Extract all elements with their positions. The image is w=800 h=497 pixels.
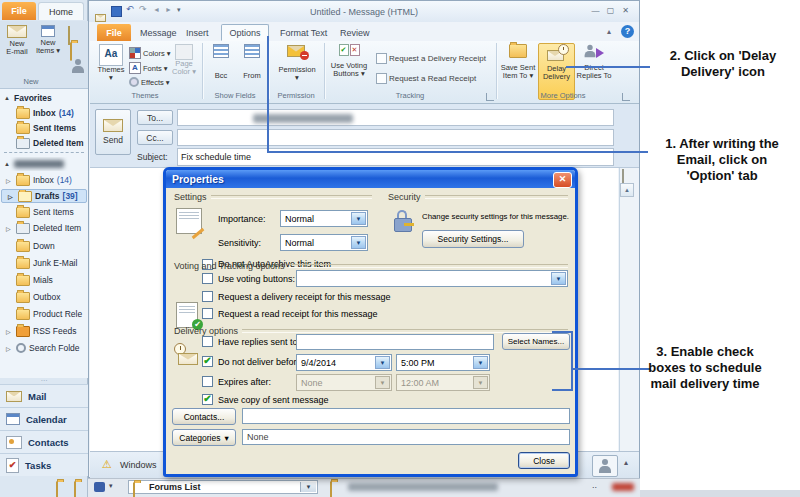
dialog-close-button[interactable]: ✕ — [553, 172, 572, 188]
use-voting-buttons-button[interactable]: ✔ ✕ Use Voting Buttons ▾ — [328, 44, 370, 78]
sidebar-item-drafts-selected[interactable]: ▷ Drafts [39] — [1, 189, 87, 203]
save-copy-checkbox[interactable]: ✔ — [202, 394, 213, 405]
scroll-up-button[interactable]: ▲ — [620, 183, 634, 197]
sidebar-item-fav-deleted[interactable]: Deleted Item — [0, 136, 88, 150]
help-icon[interactable]: ? — [621, 25, 634, 38]
colors-button[interactable]: Colors ▾ — [129, 47, 170, 59]
have-replies-checkbox[interactable] — [202, 336, 213, 347]
categories-button[interactable]: Categories ▾ — [172, 429, 236, 446]
dropdown-arrow-icon[interactable]: ▼ — [351, 236, 366, 249]
save-icon[interactable] — [111, 6, 122, 17]
close-button[interactable]: ✕ — [618, 5, 633, 17]
themes-button[interactable]: Aa Themes ▾ — [96, 44, 126, 82]
delivery-receipt-checkbox[interactable] — [202, 291, 213, 302]
nav-tasks[interactable]: ✔ Tasks — [0, 453, 88, 476]
dropdown-arrow-icon[interactable]: ▼ — [375, 356, 390, 369]
tab-options[interactable]: Options — [221, 24, 269, 41]
cc-field[interactable] — [177, 129, 614, 146]
dropdown-arrow-icon[interactable]: ▼ — [300, 482, 316, 492]
tab-message[interactable]: Message — [135, 24, 182, 41]
have-replies-field[interactable] — [296, 334, 494, 350]
fonts-button[interactable]: A Fonts ▾ — [129, 62, 168, 74]
dropdown-arrow-icon[interactable]: ▼ — [551, 272, 566, 285]
more-options-dialog-launcher-icon[interactable] — [622, 93, 630, 101]
dialog-titlebar[interactable]: Properties — [166, 170, 575, 188]
deliver-time-dropdown[interactable]: 5:00 PM ▼ — [396, 354, 490, 371]
contacts-field[interactable] — [242, 408, 570, 424]
nav-calendar[interactable]: Calendar — [0, 407, 88, 430]
effects-button[interactable]: Effects ▾ — [129, 77, 170, 87]
scrollbar[interactable]: ▲ — [619, 168, 634, 451]
dialog-close-action-button[interactable]: Close — [518, 452, 570, 469]
do-not-deliver-checkbox[interactable]: ✔ — [202, 356, 213, 367]
sidebar-item-product[interactable]: Product Rele — [0, 307, 88, 321]
sidebar-item-inbox[interactable]: ▷ Inbox (14) — [0, 173, 88, 187]
main-file-tab[interactable]: File — [2, 2, 36, 20]
contacts-button[interactable]: Contacts... — [172, 408, 236, 425]
main-home-tab[interactable]: Home — [38, 2, 84, 20]
sidebar-item-outbox[interactable]: Outbox — [0, 290, 88, 304]
move-folder-icon[interactable] — [70, 42, 72, 61]
tab-file[interactable]: File — [97, 24, 131, 41]
app-icon[interactable] — [94, 482, 105, 492]
new-items-button[interactable]: New Items ▾ — [34, 25, 62, 55]
sidebar-item-mials[interactable]: Mials — [0, 273, 88, 287]
page-color-button[interactable]: Page Color ▾ — [168, 44, 200, 76]
sidebar-item-sent[interactable]: Sent Items — [0, 205, 88, 219]
use-voting-checkbox[interactable] — [202, 273, 213, 284]
request-delivery-receipt-checkbox[interactable]: Request a Delivery Receipt — [376, 53, 486, 64]
new-email-button[interactable]: New E-mail — [2, 25, 32, 56]
to-field[interactable] — [177, 109, 614, 126]
folder-icon[interactable] — [330, 481, 332, 497]
security-settings-button[interactable]: Security Settings... — [422, 230, 524, 248]
importance-dropdown[interactable]: Normal ▼ — [280, 210, 368, 227]
bcc-button[interactable]: Bcc — [208, 44, 234, 80]
send-button[interactable]: Send — [95, 109, 131, 155]
overflow-dots[interactable]: .. — [592, 480, 597, 490]
sidebar-item-fav-inbox[interactable]: Inbox (14) — [0, 106, 88, 120]
permission-button[interactable]: Permission ▾ — [274, 44, 320, 82]
tray-folder-icon[interactable] — [56, 481, 58, 497]
forums-list-box[interactable]: Forums List ▼ — [128, 480, 318, 494]
dropdown-arrow-icon[interactable]: ▾ — [109, 482, 113, 490]
deliver-date-dropdown[interactable]: 9/4/2014 ▼ — [296, 354, 392, 371]
dropdown-arrow-icon[interactable]: ▼ — [473, 356, 488, 369]
sidebar-item-deleted[interactable]: ▷ Deleted Item — [0, 221, 88, 235]
tab-format-text[interactable]: Format Text — [275, 24, 332, 41]
tray-folder-icon[interactable] — [74, 481, 76, 497]
account-header[interactable]: ▲ — [0, 157, 88, 171]
sidebar-item-fav-sent[interactable]: Sent Items — [0, 121, 88, 135]
read-receipt-checkbox[interactable] — [202, 308, 213, 319]
sidebar-item-down[interactable]: Down — [0, 239, 88, 253]
maximize-button[interactable]: ▢ — [603, 5, 618, 17]
people-pane-button[interactable] — [592, 455, 618, 477]
save-sent-item-button[interactable]: Save Sent Item To ▾ — [500, 44, 536, 80]
select-names-button[interactable]: Select Names... — [502, 333, 570, 350]
qat-customize-icon[interactable]: ▾ — [177, 6, 181, 14]
previous-item-icon[interactable]: ◄ — [153, 6, 160, 13]
next-item-icon[interactable]: ► — [165, 6, 172, 13]
from-button[interactable]: From — [238, 44, 266, 80]
collapse-ribbon-icon[interactable]: ▴ — [607, 27, 611, 36]
categories-field[interactable]: None — [242, 429, 570, 445]
request-read-receipt-checkbox[interactable]: Request a Read Receipt — [376, 73, 476, 84]
voting-options-dropdown[interactable]: ▼ — [296, 270, 568, 287]
nav-contacts[interactable]: Contacts — [0, 430, 88, 453]
direct-replies-button[interactable]: Direct Replies To — [576, 44, 612, 80]
favorites-header[interactable]: ▲ Favorites — [0, 91, 88, 105]
sidebar-item-search-folders[interactable]: ▷ Search Folde — [0, 341, 88, 355]
sidebar-item-junk[interactable]: Junk E-Mail — [0, 256, 88, 270]
expires-checkbox[interactable] — [202, 376, 213, 387]
tracking-dialog-launcher-icon[interactable] — [486, 93, 494, 101]
dropdown-arrow-icon[interactable]: ▼ — [351, 212, 366, 225]
to-button[interactable]: To... — [137, 110, 173, 125]
minimize-button[interactable]: — — [588, 5, 603, 17]
undo-icon[interactable]: ↶ — [126, 4, 134, 14]
tab-review[interactable]: Review — [335, 24, 375, 41]
cc-button[interactable]: Cc... — [137, 130, 173, 145]
collapse-pane-icon[interactable]: ▴ — [624, 458, 628, 467]
redo-icon[interactable]: ↷ — [139, 4, 147, 14]
tab-insert[interactable]: Insert — [181, 24, 214, 41]
nav-mail[interactable]: Mail — [0, 384, 88, 407]
sensitivity-dropdown[interactable]: Normal ▼ — [280, 234, 368, 251]
